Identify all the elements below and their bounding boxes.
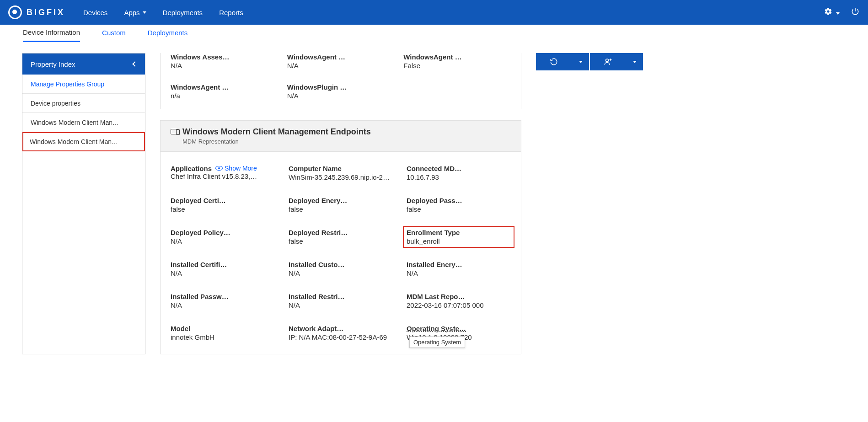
sidebar-header[interactable]: Property Index: [22, 53, 145, 75]
refresh-dropdown[interactable]: [572, 53, 589, 70]
prop-mdm-last-repo: MDM Last Repo… 2022-03-16 07:07:05 000: [407, 293, 511, 309]
prop-network-adapt: Network Adapt… IP: N/A MAC:08-00-27-52-9…: [289, 325, 393, 341]
prop-enrollment-type: Enrollment Type bulk_enroll: [407, 229, 511, 245]
prop-applications: Applications Show More Chef Infra Client…: [171, 165, 275, 181]
chevron-down-icon: [836, 12, 840, 15]
prop-installed-passw: Installed Passw… N/A: [171, 293, 275, 309]
refresh-button[interactable]: [536, 53, 572, 70]
svg-point-0: [606, 59, 609, 62]
prop-connected-md: Connected MD… 10.16.7.93: [407, 165, 511, 181]
tab-custom[interactable]: Custom: [102, 29, 126, 41]
prop-model: Model innotek GmbH: [171, 325, 275, 341]
brand-text: BIGFIX: [27, 8, 65, 17]
prop-windows-agent-1: WindowsAgent … N/A: [287, 53, 395, 69]
brand-logo: BIGFIX: [8, 5, 65, 19]
section-body: Applications Show More Chef Infra Client…: [161, 152, 521, 354]
prop-windows-agent-2: WindowsAgent … False: [403, 53, 511, 69]
action-buttons: [536, 53, 643, 70]
devices-icon: [171, 129, 178, 134]
sidebar-manage-properties[interactable]: Manage Properties Group: [22, 75, 145, 94]
prop-deployed-encry: Deployed Encry… false: [289, 197, 393, 213]
sidebar-wmcm-2[interactable]: Windows Modern Client Man…: [22, 132, 145, 151]
nav: Devices Apps Deployments Reports: [83, 9, 243, 16]
nav-apps[interactable]: Apps: [124, 9, 146, 16]
nav-reports[interactable]: Reports: [219, 9, 243, 16]
show-more-link[interactable]: Show More: [215, 165, 257, 172]
sidebar-device-properties[interactable]: Device properties: [22, 94, 145, 113]
content: Windows Asses… N/A WindowsAgent … N/A Wi…: [160, 53, 521, 354]
tooltip-operating-system: Operating System: [409, 337, 465, 348]
section-header: Windows Modern Client Management Endpoin…: [161, 121, 521, 152]
prop-installed-certifi: Installed Certifi… N/A: [171, 261, 275, 277]
section-subtitle: MDM Representation: [182, 138, 371, 145]
eye-icon: [215, 166, 223, 171]
prop-deployed-certi: Deployed Certi… false: [171, 197, 275, 213]
topbar: BIGFIX Devices Apps Deployments Reports: [0, 0, 868, 25]
prop-installed-custo: Installed Custo… N/A: [289, 261, 393, 277]
chevron-down-icon: [143, 11, 146, 14]
prop-windows-plugin: WindowsPlugin … N/A: [287, 83, 395, 100]
wmcm-endpoints-card: Windows Modern Client Management Endpoin…: [160, 120, 521, 354]
user-action-dropdown[interactable]: [626, 53, 643, 70]
gear-icon[interactable]: [824, 7, 840, 17]
logo-icon: [8, 5, 22, 19]
prop-computer-name: Computer Name WinSim-35.245.239.69.nip.i…: [289, 165, 393, 181]
property-index-sidebar: Property Index Manage Properties Group D…: [22, 53, 145, 354]
prop-windows-asses: Windows Asses… N/A: [171, 53, 278, 69]
nav-devices[interactable]: Devices: [83, 9, 107, 16]
section-title: Windows Modern Client Management Endpoin…: [182, 127, 371, 137]
sidebar-title: Property Index: [31, 60, 75, 68]
tab-device-information[interactable]: Device Information: [23, 28, 80, 42]
prop-deployed-policy: Deployed Policy… N/A: [171, 229, 275, 245]
nav-deployments[interactable]: Deployments: [163, 9, 203, 16]
user-action-button[interactable]: [590, 53, 626, 70]
topbar-right: [824, 7, 860, 18]
prop-deployed-restri: Deployed Restri… false: [289, 229, 393, 245]
chevron-left-icon: [132, 61, 137, 66]
sidebar-wmcm-1[interactable]: Windows Modern Client Man…: [22, 113, 145, 132]
power-icon[interactable]: [851, 7, 860, 18]
prop-deployed-pass: Deployed Pass… false: [407, 197, 511, 213]
prop-windows-agent-3: WindowsAgent … n/a: [171, 83, 278, 100]
tabs: Device Information Custom Deployments: [0, 27, 868, 44]
prop-operating-syste: Operating Syste… Win10 1 0 10000 720 Ope…: [407, 325, 511, 341]
right-panel: [536, 53, 643, 354]
top-properties-card: Windows Asses… N/A WindowsAgent … N/A Wi…: [160, 53, 521, 109]
main: Property Index Manage Properties Group D…: [0, 44, 868, 354]
prop-installed-restri: Installed Restri… N/A: [289, 293, 393, 309]
prop-installed-encry: Installed Encry… N/A: [407, 261, 511, 277]
tab-deployments[interactable]: Deployments: [148, 29, 188, 41]
